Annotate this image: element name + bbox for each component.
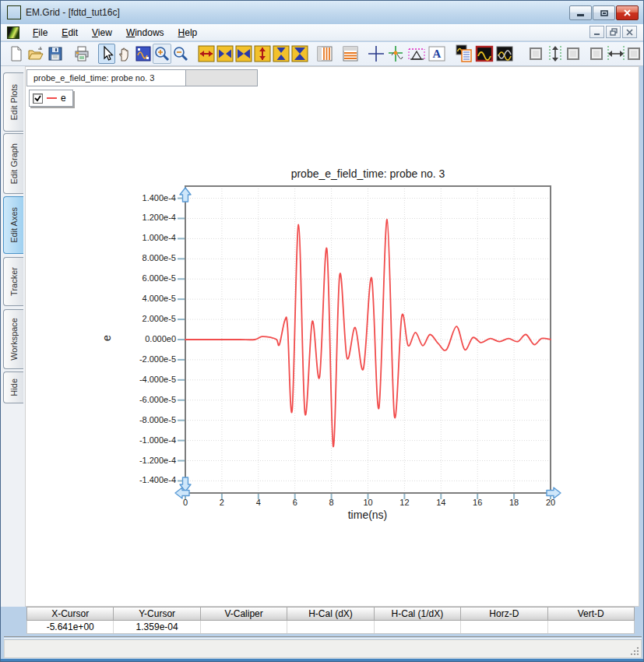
menu-bar: File Edit View Windows Help bbox=[1, 24, 643, 41]
restore-button[interactable] bbox=[593, 5, 615, 20]
open-folder-button[interactable] bbox=[26, 44, 46, 64]
sidebar-tab-edit-graph[interactable]: Edit Graph bbox=[3, 133, 23, 194]
window-title: EM.Grid - [fdtd_tut16c] bbox=[26, 7, 120, 18]
readout-header-row: X-Cursor Y-Cursor V-Caliper H-Cal (dX) H… bbox=[26, 607, 635, 621]
value-hcal-dx bbox=[287, 621, 374, 633]
plot-title: probe_e_field_time: probe no. 3 bbox=[185, 167, 551, 180]
value-horz-d bbox=[461, 621, 547, 633]
sidebar-tab-edit-plots[interactable]: Edit Plots bbox=[3, 72, 23, 132]
compress-y-button[interactable] bbox=[290, 44, 309, 64]
fit-y-button[interactable] bbox=[272, 44, 290, 64]
legend-checkbox[interactable] bbox=[33, 93, 43, 104]
readout-value-row: -5.641e+00 1.359e-04 bbox=[26, 621, 635, 634]
sidebar-tab-edit-axes[interactable]: Edit Axes bbox=[3, 196, 23, 254]
toolbar: A bbox=[1, 42, 643, 66]
header-y-cursor: Y-Cursor bbox=[114, 607, 200, 620]
value-x-cursor: -5.641e+00 bbox=[27, 621, 114, 633]
x-axis-right-arrow-handle[interactable] bbox=[547, 488, 561, 498]
window-bottom-border bbox=[1, 659, 644, 662]
sidebar-tab-workspace[interactable]: Workspace bbox=[3, 309, 23, 369]
resize-grip[interactable] bbox=[630, 646, 639, 656]
curve-style-button[interactable] bbox=[474, 44, 494, 64]
y-tick: -4.000e-5 bbox=[139, 375, 176, 384]
sidebar: Edit Plots Edit Graph Edit Axes Tracker … bbox=[1, 66, 25, 607]
legend-line-sample bbox=[47, 97, 57, 99]
minimize-button[interactable] bbox=[569, 5, 592, 20]
header-hcal-1dx: H-Cal (1/dX) bbox=[375, 607, 461, 620]
mdi-minimize-button[interactable] bbox=[589, 26, 604, 38]
vertical-span-control[interactable] bbox=[528, 44, 582, 64]
sidebar-tab-tracker[interactable]: Tracker bbox=[3, 257, 23, 306]
vertical-gridlines-button[interactable] bbox=[315, 44, 334, 64]
save-button[interactable] bbox=[46, 44, 65, 64]
value-hcal-1dx bbox=[375, 621, 461, 633]
y-tick: 6.000e-5 bbox=[143, 273, 176, 283]
header-horz-d: Horz-D bbox=[461, 607, 547, 620]
horizontal-gridlines-button[interactable] bbox=[341, 44, 360, 64]
legend[interactable]: e bbox=[29, 90, 73, 107]
value-v-caliper bbox=[201, 621, 287, 633]
axis-tick-marks bbox=[178, 199, 551, 499]
y-tick: -1.200e-4 bbox=[139, 456, 176, 465]
document-logo-icon bbox=[7, 26, 19, 39]
plot-figure[interactable] bbox=[173, 180, 565, 510]
legend-series-label: e bbox=[61, 93, 66, 104]
text-annotation-button[interactable]: A bbox=[427, 44, 447, 64]
print-button[interactable] bbox=[72, 44, 92, 64]
sidebar-tab-hide[interactable]: Hide bbox=[3, 371, 23, 403]
mdi-restore-button[interactable] bbox=[606, 26, 621, 38]
mdi-close-button[interactable] bbox=[622, 26, 637, 38]
caliper-button[interactable] bbox=[406, 44, 427, 64]
y-tick: 1.000e-4 bbox=[143, 233, 176, 242]
horizontal-span-control[interactable] bbox=[589, 44, 643, 64]
y-tick: -2.000e-5 bbox=[139, 354, 176, 364]
expand-y-button[interactable] bbox=[253, 44, 272, 64]
y-tick: 0.000e0 bbox=[145, 334, 176, 343]
y-tick: -1.000e-4 bbox=[139, 435, 176, 445]
divider bbox=[4, 636, 642, 639]
menu-edit[interactable]: Edit bbox=[55, 26, 85, 40]
y-tick: 2.000e-5 bbox=[143, 314, 176, 323]
new-document-button[interactable] bbox=[7, 44, 26, 64]
value-vert-d bbox=[548, 621, 634, 633]
title-bar[interactable]: EM.Grid - [fdtd_tut16c] bbox=[1, 1, 643, 24]
cursor-readout-table: X-Cursor Y-Cursor V-Caliper H-Cal (dX) H… bbox=[26, 607, 635, 634]
header-vert-d: Vert-D bbox=[548, 607, 634, 620]
header-x-cursor: X-Cursor bbox=[27, 607, 114, 620]
y-tick: -1.400e-4 bbox=[139, 475, 176, 484]
status-bar bbox=[4, 639, 642, 658]
compress-x-button[interactable] bbox=[234, 44, 253, 64]
y-axis-top-arrow-handle[interactable] bbox=[180, 188, 191, 202]
y-tick: -8.000e-5 bbox=[139, 415, 176, 424]
value-y-cursor: 1.359e-04 bbox=[114, 621, 200, 633]
y-tick: 1.400e-4 bbox=[143, 193, 176, 202]
x-axis-label: time(ns) bbox=[290, 509, 445, 521]
y-tick: 4.000e-5 bbox=[143, 294, 176, 303]
app-window: EM.Grid - [fdtd_tut16c] File Edit View W… bbox=[0, 0, 644, 662]
header-hcal-dx: H-Cal (dX) bbox=[287, 607, 374, 620]
header-v-caliper: V-Caliper bbox=[201, 607, 287, 620]
menu-file[interactable]: File bbox=[26, 26, 55, 40]
expand-x-button[interactable] bbox=[197, 44, 216, 64]
curves-overlay-button[interactable] bbox=[494, 44, 515, 64]
y-tick: 1.200e-4 bbox=[143, 213, 176, 222]
svg-text:A: A bbox=[433, 48, 442, 60]
close-button[interactable] bbox=[616, 5, 639, 20]
app-logo-icon bbox=[7, 5, 21, 19]
crosshair-button[interactable] bbox=[366, 44, 386, 64]
y-tick: -6.000e-5 bbox=[139, 395, 176, 404]
fit-x-button[interactable] bbox=[216, 44, 234, 64]
tracker-button[interactable] bbox=[386, 44, 406, 64]
y-axis-tick-labels: 1.400e-4 1.200e-4 1.000e-4 8.000e-5 6.00… bbox=[110, 1, 176, 546]
series-e-curve bbox=[185, 220, 551, 447]
y-tick: 8.000e-5 bbox=[143, 253, 176, 262]
plot-properties-button[interactable] bbox=[454, 44, 474, 64]
